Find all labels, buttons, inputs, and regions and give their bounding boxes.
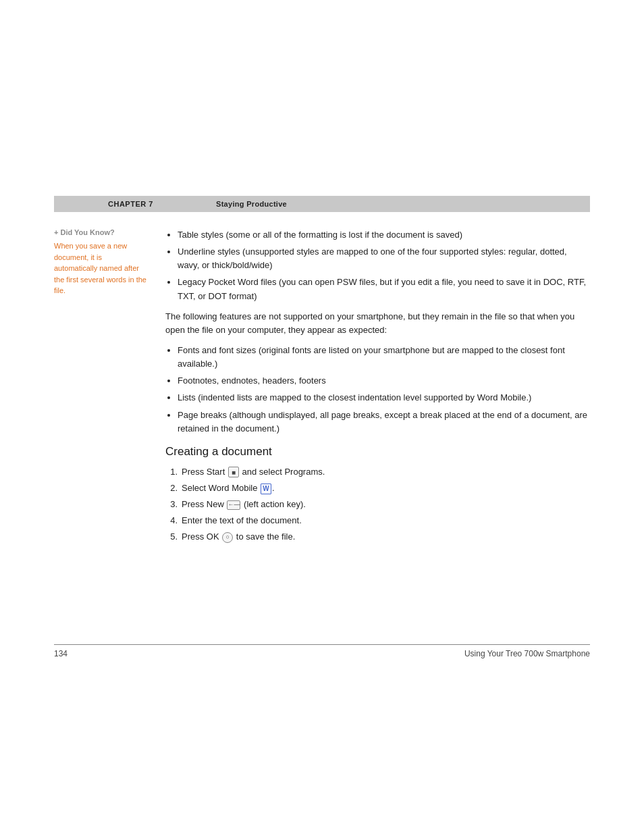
step-3: 3. Press New ←— (left action key). xyxy=(165,498,590,511)
top-whitespace xyxy=(0,0,644,196)
step-text: Press Start ■ and select Programs. xyxy=(182,465,590,479)
paragraph-text: The following features are not supported… xyxy=(165,310,590,337)
step-num: 5. xyxy=(165,530,178,544)
main-content: Table styles (some or all of the formatt… xyxy=(159,228,590,551)
list-item: Underline styles (unsupported styles are… xyxy=(178,245,590,272)
footer-page-number: 134 xyxy=(54,649,68,658)
sidebar: + Did You Know? When you save a new docu… xyxy=(54,228,159,551)
did-you-know-header: + Did You Know? xyxy=(54,228,146,236)
step-5: 5. Press OK ○ to save the file. xyxy=(165,530,590,544)
list-item: Legacy Pocket Word files (you can open P… xyxy=(178,276,590,303)
step-num: 1. xyxy=(165,465,178,479)
list-item: Page breaks (although undisplayed, all p… xyxy=(178,409,590,436)
step-num: 3. xyxy=(165,498,178,511)
top-bullet-list: Table styles (some or all of the formatt… xyxy=(178,228,590,303)
footer-book-title: Using Your Treo 700w Smartphone xyxy=(464,649,590,658)
step-num: 2. xyxy=(165,481,178,495)
bottom-bullet-list: Fonts and font sizes (original fonts are… xyxy=(178,344,590,436)
footer: 134 Using Your Treo 700w Smartphone xyxy=(54,644,590,658)
step-1: 1. Press Start ■ and select Programs. xyxy=(165,465,590,479)
step-4: 4. Enter the text of the document. xyxy=(165,514,590,527)
page: CHAPTER 7 Staying Productive + Did You K… xyxy=(0,0,644,834)
list-item: Fonts and font sizes (original fonts are… xyxy=(178,344,590,371)
section-heading: Creating a document xyxy=(165,445,590,459)
step-2: 2. Select Word Mobile W. xyxy=(165,481,590,495)
bottom-whitespace xyxy=(0,551,644,727)
new-button-icon: ←— xyxy=(227,500,240,510)
did-you-know-text: When you save a new document, it is auto… xyxy=(54,240,146,296)
word-mobile-icon: W xyxy=(261,484,271,494)
step-text: Enter the text of the document. xyxy=(182,514,590,527)
steps-list: 1. Press Start ■ and select Programs. 2.… xyxy=(165,465,590,544)
step-num: 4. xyxy=(165,514,178,527)
ok-button-icon: ○ xyxy=(222,532,233,543)
start-icon: ■ xyxy=(228,467,239,477)
list-item: Lists (indented lists are mapped to the … xyxy=(178,391,590,405)
chapter-title: Staying Productive xyxy=(216,200,287,208)
list-item: Table styles (some or all of the formatt… xyxy=(178,228,590,242)
chapter-header: CHAPTER 7 Staying Productive xyxy=(54,196,590,212)
step-text: Select Word Mobile W. xyxy=(182,481,590,495)
content-area: + Did You Know? When you save a new docu… xyxy=(54,212,590,551)
chapter-label: CHAPTER 7 xyxy=(108,200,216,208)
step-text: Press OK ○ to save the file. xyxy=(182,530,590,544)
list-item: Footnotes, endnotes, headers, footers xyxy=(178,374,590,388)
step-text: Press New ←— (left action key). xyxy=(182,498,590,511)
